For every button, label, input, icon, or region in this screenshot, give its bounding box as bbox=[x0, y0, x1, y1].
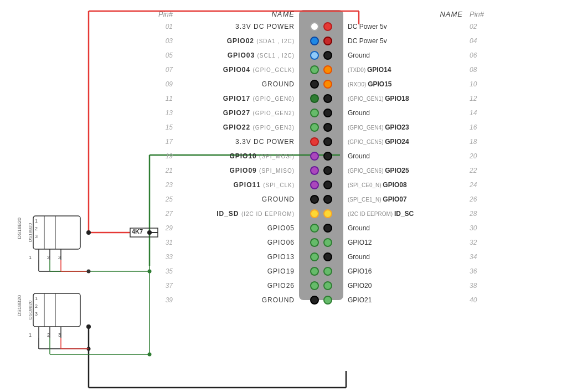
pin-number-left: 29 bbox=[150, 224, 177, 232]
table-row: 33GPIO13Ground34 bbox=[150, 250, 567, 264]
table-row: 07GPIO04 (GPIO_GCLK)(TXD0) GPIO1408 bbox=[150, 63, 567, 77]
pin-dot-red bbox=[310, 137, 319, 146]
pin-dot-blue bbox=[310, 37, 319, 45]
table-row: 19GPIO10 (SPI_MOSI)Ground20 bbox=[150, 149, 567, 163]
table-row: 013.3v DC PowerDC Power 5v02 bbox=[150, 19, 567, 34]
pin-number-left: 01 bbox=[150, 23, 177, 30]
pin-name-left: GPIO19 bbox=[177, 267, 299, 275]
pin-number-left: 07 bbox=[150, 66, 177, 74]
pin-number-right: 04 bbox=[465, 37, 493, 45]
svg-point-49 bbox=[148, 353, 152, 357]
gpio-table: Pin# NAME NAME Pin# 013.3v DC PowerDC Po… bbox=[150, 10, 567, 307]
pin-name-right: Ground bbox=[343, 109, 465, 117]
pin-dot-green bbox=[323, 281, 332, 290]
pin-name-left: GPIO27 (GPIO_GEN2) bbox=[177, 109, 299, 117]
pin-dot-yellow bbox=[310, 209, 319, 218]
svg-text:2: 2 bbox=[47, 255, 50, 260]
pin-dot-black bbox=[323, 109, 332, 117]
pin-pair bbox=[299, 123, 343, 132]
pin-name-left: GPIO22 (GPIO_GEN3) bbox=[177, 123, 299, 131]
pin-dot-black bbox=[323, 195, 332, 204]
pin-name-left: GPIO06 bbox=[177, 239, 299, 246]
pin-number-left: 33 bbox=[150, 253, 177, 261]
pin-dot-green bbox=[310, 252, 319, 261]
pin-dot-yellow bbox=[323, 209, 332, 218]
table-row: 37GPIO26GPIO2038 bbox=[150, 278, 567, 293]
pin-dot-green bbox=[323, 267, 332, 276]
pin-pair bbox=[299, 22, 343, 31]
pin-number-right: 12 bbox=[465, 95, 493, 102]
svg-text:DS18B20: DS18B20 bbox=[28, 300, 33, 319]
pin-number-right: 36 bbox=[465, 267, 493, 275]
pin-number-right: 30 bbox=[465, 224, 493, 232]
pin-number-left: 37 bbox=[150, 282, 177, 290]
pin-name-right: GPIO20 bbox=[343, 282, 465, 290]
header-pin-left: Pin# bbox=[150, 10, 177, 18]
pin-name-left: GPIO03 (SCL1 , I2C) bbox=[177, 51, 299, 59]
pin-dot-green bbox=[310, 281, 319, 290]
pin-name-left: GPIO04 (GPIO_GCLK) bbox=[177, 66, 299, 74]
table-row: 29GPIO05Ground30 bbox=[150, 221, 567, 235]
table-row: 35GPIO19GPIO1636 bbox=[150, 264, 567, 278]
pin-number-left: 05 bbox=[150, 51, 177, 59]
pin-number-right: 10 bbox=[465, 80, 493, 88]
pin-name-left: GPIO26 bbox=[177, 282, 299, 290]
table-row: 173.3v DC Power(GPIO_GEN5) GPIO2418 bbox=[150, 135, 567, 149]
pin-number-right: 02 bbox=[465, 23, 493, 30]
pin-name-right: (GPIO_GEN4) GPIO23 bbox=[343, 123, 465, 131]
pin-number-left: 35 bbox=[150, 267, 177, 275]
pin-number-left: 19 bbox=[150, 152, 177, 160]
pin-dot-black bbox=[310, 80, 319, 89]
pin-name-left: 3.3v DC Power bbox=[177, 138, 299, 146]
svg-point-54 bbox=[87, 270, 91, 274]
pin-name-right: (TXD0) GPIO14 bbox=[343, 66, 465, 74]
table-row: 21GPIO09 (SPI_MISO)(GPIO_GEN6) GPIO2522 bbox=[150, 163, 567, 178]
table-row: 09Ground(RXD0) GPIO1510 bbox=[150, 77, 567, 91]
table-row: 27ID_SD (I2C ID EEPROM)(I2C ID EEPROM) I… bbox=[150, 207, 567, 221]
pin-name-left: GPIO05 bbox=[177, 224, 299, 232]
pin-name-right: (GPIO_GEN6) GPIO25 bbox=[343, 167, 465, 174]
pin-number-right: 24 bbox=[465, 181, 493, 189]
table-row: 25Ground(SPI_CE1_N) GPIO0726 bbox=[150, 192, 567, 207]
pin-name-right: (GPIO_GEN1) GPIO18 bbox=[343, 95, 465, 102]
pin-pair bbox=[299, 51, 343, 60]
pin-number-left: 11 bbox=[150, 95, 177, 102]
pin-pair bbox=[299, 267, 343, 276]
svg-text:1: 1 bbox=[35, 218, 38, 224]
pin-dot-black bbox=[310, 195, 319, 204]
pin-number-right: 40 bbox=[465, 296, 493, 304]
svg-text:1: 1 bbox=[35, 296, 38, 301]
pin-dot-green-filled bbox=[310, 94, 319, 103]
pin-pair bbox=[299, 209, 343, 218]
pin-pair bbox=[299, 195, 343, 204]
svg-text:2: 2 bbox=[47, 332, 50, 338]
pin-pair bbox=[299, 281, 343, 290]
pin-name-left: GPIO10 (SPI_MOSI) bbox=[177, 152, 299, 160]
pin-number-right: 26 bbox=[465, 195, 493, 203]
pin-name-left: GPIO09 (SPI_MISO) bbox=[177, 167, 299, 174]
pin-name-right: DC Power 5v bbox=[343, 23, 465, 30]
table-row: 15GPIO22 (GPIO_GEN3)(GPIO_GEN4) GPIO2316 bbox=[150, 120, 567, 135]
pin-name-left: ID_SD (I2C ID EEPROM) bbox=[177, 210, 299, 218]
svg-point-14 bbox=[86, 230, 91, 235]
pin-name-right: (SPI_CE1_N) GPIO07 bbox=[343, 195, 465, 203]
table-row: 23GPIO11 (SPI_CLK)(SPI_CE0_N) GPIO0824 bbox=[150, 178, 567, 192]
header-name-right: NAME bbox=[343, 10, 465, 18]
pin-name-right: (GPIO_GEN5) GPIO24 bbox=[343, 138, 465, 146]
pin-name-right: Ground bbox=[343, 152, 465, 160]
pin-dot-black bbox=[323, 166, 332, 175]
pin-name-right: GPIO21 bbox=[343, 296, 465, 304]
pin-dot-orange bbox=[323, 80, 332, 89]
header-name-left: NAME bbox=[177, 10, 299, 18]
pin-dot-green bbox=[310, 123, 319, 132]
sensor2-label: DS18B20 bbox=[17, 295, 22, 317]
table-row: 03GPIO02 (SDA1 , I2C)DC Power 5v04 bbox=[150, 34, 567, 48]
pin-name-left: GPIO11 (SPI_CLK) bbox=[177, 181, 299, 189]
pin-number-left: 21 bbox=[150, 167, 177, 174]
pin-pair bbox=[299, 109, 343, 117]
svg-point-15 bbox=[86, 324, 91, 329]
table-row: 05GPIO03 (SCL1 , I2C)Ground06 bbox=[150, 48, 567, 63]
pin-name-right: GPIO16 bbox=[343, 267, 465, 275]
pin-name-right: Ground bbox=[343, 224, 465, 232]
svg-text:2: 2 bbox=[35, 226, 38, 231]
